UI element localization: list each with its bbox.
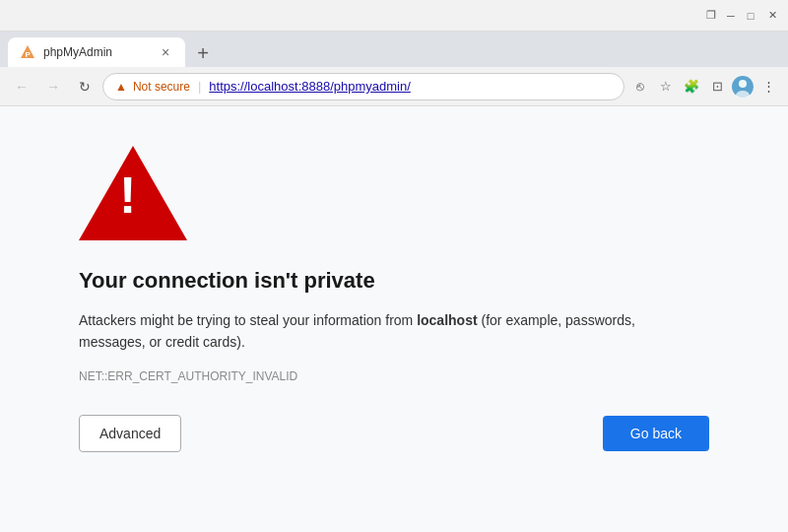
address-box[interactable]: ▲ Not secure | https://localhost:8888/ph… [102,73,624,100]
new-tab-btn[interactable]: + [189,39,217,67]
profile-avatar-icon [732,76,754,98]
actions-row: Advanced Go back [79,415,709,452]
svg-point-3 [739,80,747,88]
active-tab[interactable]: P phpMyAdmin × [8,37,185,67]
advanced-button[interactable]: Advanced [79,415,181,452]
page-description: Attackers might be trying to steal your … [79,309,650,354]
profile-btn[interactable] [731,75,755,99]
warning-icon-container [79,146,187,244]
minimize-btn[interactable]: ─ [723,8,739,24]
extensions-btn[interactable]: 🧩 [680,75,703,99]
go-back-button[interactable]: Go back [603,416,709,451]
address-bar-row: ← → ↻ ▲ Not secure | https://localhost:8… [0,67,788,106]
page-content: Your connection isn't private Attackers … [0,106,788,532]
address-actions: ⎋ ☆ 🧩 ⊡ ⋮ [628,75,780,99]
not-secure-label: Not secure [133,80,190,94]
restore-down-btn[interactable]: ❐ [703,8,719,24]
url-text[interactable]: https://localhost:8888/phpmyadmin/ [209,79,411,94]
description-start: Attackers might be trying to steal your … [79,312,417,328]
not-secure-icon: ▲ [115,80,127,94]
forward-icon: → [46,79,60,95]
tab-bar: P phpMyAdmin × + [0,32,788,67]
close-btn[interactable]: ✕ [764,8,780,24]
description-bold: localhost [417,312,477,328]
address-separator: | [198,79,201,94]
tab-favicon: P [20,44,35,60]
title-bar-controls: ❐ ─ □ ✕ [703,8,780,24]
tab-title: phpMyAdmin [43,45,150,59]
warning-triangle-icon [79,146,187,240]
menu-btn[interactable]: ⋮ [756,75,780,99]
refresh-icon: ↻ [79,79,91,95]
forward-btn[interactable]: → [39,73,67,100]
refresh-btn[interactable]: ↻ [71,73,98,100]
error-code: NET::ERR_CERT_AUTHORITY_INVALID [79,369,297,383]
page-heading: Your connection isn't private [79,268,375,294]
back-btn[interactable]: ← [8,73,35,100]
tab-close-btn[interactable]: × [158,44,173,60]
bookmark-btn[interactable]: ☆ [654,75,678,99]
split-screen-btn[interactable]: ⊡ [705,75,729,99]
maximize-btn[interactable]: □ [743,8,758,24]
share-btn[interactable]: ⎋ [628,75,652,99]
svg-text:P: P [26,50,32,59]
back-icon: ← [15,79,29,95]
title-bar: ❐ ─ □ ✕ [0,0,788,32]
